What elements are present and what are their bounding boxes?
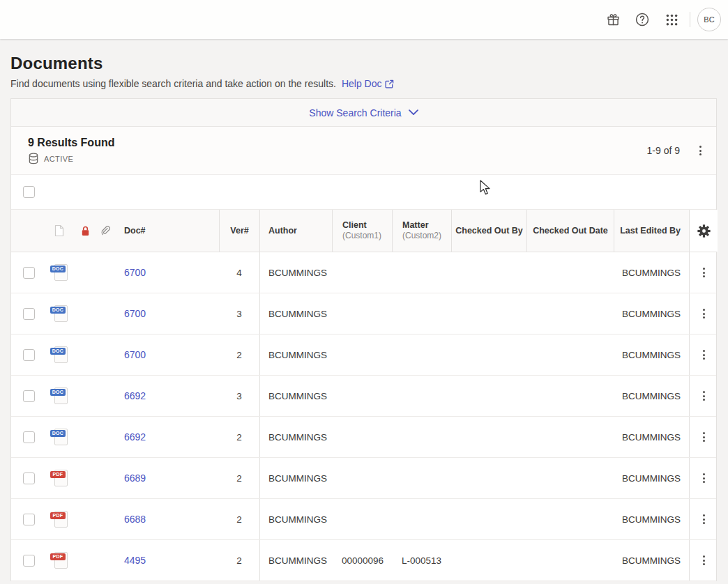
help-doc-link[interactable]: Help Doc bbox=[342, 78, 394, 89]
row-filetype-cell: DOC bbox=[43, 252, 75, 293]
row-checkbox[interactable] bbox=[23, 349, 35, 361]
matter-cell bbox=[392, 293, 451, 334]
checked-out-by-cell bbox=[451, 252, 526, 293]
last-edited-by-cell: BCUMMINGS bbox=[614, 458, 689, 498]
row-menu-button[interactable] bbox=[693, 548, 714, 572]
client-cell bbox=[332, 376, 392, 416]
doc-number-cell: 6692 bbox=[116, 376, 219, 416]
header-doctype-column[interactable] bbox=[43, 210, 75, 252]
row-filetype-cell: PDF bbox=[43, 540, 75, 581]
help-button[interactable] bbox=[630, 7, 655, 32]
doc-file-icon[interactable]: DOC bbox=[50, 386, 68, 406]
document-outline-icon bbox=[54, 224, 65, 237]
table-row: DOC 6692 3 BCUMMINGS BCUMMINGS bbox=[11, 376, 716, 417]
row-checkbox[interactable] bbox=[23, 267, 35, 279]
doc-number-link[interactable]: 6700 bbox=[124, 349, 146, 360]
author-cell: BCUMMINGS bbox=[259, 458, 332, 498]
matter-cell bbox=[392, 252, 451, 293]
row-menu-button[interactable] bbox=[693, 343, 714, 367]
header-client[interactable]: Client (Custom1) bbox=[332, 210, 392, 252]
doc-number-link[interactable]: 6688 bbox=[124, 514, 146, 525]
row-menu-button[interactable] bbox=[693, 507, 714, 531]
file-badge: DOC bbox=[50, 389, 66, 396]
row-filetype-cell: DOC bbox=[43, 417, 75, 457]
last-edited-by-cell: BCUMMINGS bbox=[614, 540, 689, 581]
row-checkbox-cell bbox=[11, 540, 43, 581]
version-cell: 3 bbox=[219, 293, 259, 334]
doc-file-icon[interactable]: DOC bbox=[50, 263, 68, 282]
doc-number-link[interactable]: 6689 bbox=[124, 472, 146, 484]
table-header: Doc# Ver# Author Client (Custom1) Matter… bbox=[11, 210, 716, 252]
table-row: DOC 6700 2 BCUMMINGS BCUMMINGS bbox=[11, 335, 716, 376]
select-all-row bbox=[11, 175, 716, 210]
row-menu-button[interactable] bbox=[693, 302, 714, 325]
row-checkbox[interactable] bbox=[23, 514, 35, 525]
author-cell: BCUMMINGS bbox=[259, 335, 332, 375]
row-actions-cell bbox=[689, 376, 718, 416]
checked-out-by-cell bbox=[451, 458, 526, 498]
doc-number-cell: 6700 bbox=[116, 335, 219, 375]
apps-grid-icon bbox=[665, 13, 679, 27]
doc-number-link[interactable]: 6692 bbox=[124, 431, 146, 443]
header-version[interactable]: Ver# bbox=[219, 210, 259, 252]
row-checkbox-cell bbox=[11, 252, 43, 293]
header-matter[interactable]: Matter (Custom2) bbox=[392, 210, 451, 252]
row-checkbox[interactable] bbox=[23, 431, 35, 443]
app-launcher-button[interactable] bbox=[659, 7, 684, 32]
row-menu-button[interactable] bbox=[693, 384, 714, 408]
checked-out-by-cell bbox=[451, 540, 526, 581]
row-menu-button[interactable] bbox=[693, 425, 714, 449]
doc-number-link[interactable]: 6692 bbox=[124, 390, 146, 401]
doc-file-icon[interactable]: DOC bbox=[50, 427, 68, 447]
header-last-edited-by[interactable]: Last Edited By bbox=[614, 210, 689, 252]
version-cell: 2 bbox=[219, 335, 259, 375]
header-doc-number[interactable]: Doc# bbox=[116, 210, 219, 252]
header-checked-out-date[interactable]: Checked Out Date bbox=[526, 210, 614, 252]
doc-file-icon[interactable]: DOC bbox=[50, 345, 68, 364]
select-all-checkbox[interactable] bbox=[23, 186, 35, 198]
row-checkbox[interactable] bbox=[23, 555, 35, 567]
pdf-file-icon[interactable]: PDF bbox=[50, 551, 68, 570]
results-menu-button[interactable] bbox=[690, 139, 711, 162]
table-row: PDF 4495 2 BCUMMINGS 00000096 L-000513 B… bbox=[11, 540, 716, 581]
database-icon bbox=[28, 153, 39, 164]
doc-number-link[interactable]: 6700 bbox=[124, 308, 146, 319]
doc-number-link[interactable]: 4495 bbox=[124, 555, 146, 566]
client-cell bbox=[332, 499, 392, 539]
version-cell: 4 bbox=[219, 252, 259, 293]
row-checkbox-cell bbox=[11, 376, 43, 416]
checked-out-date-cell bbox=[526, 252, 614, 293]
client-cell bbox=[332, 293, 392, 334]
row-menu-button[interactable] bbox=[693, 261, 714, 284]
doc-number-cell: 6688 bbox=[116, 499, 219, 539]
pdf-file-icon[interactable]: PDF bbox=[50, 509, 68, 529]
doc-number-link[interactable]: 6700 bbox=[124, 267, 146, 278]
file-badge: PDF bbox=[50, 553, 66, 560]
column-settings-button[interactable] bbox=[689, 210, 718, 252]
row-menu-button[interactable] bbox=[693, 466, 714, 490]
header-lock-column[interactable] bbox=[75, 210, 95, 252]
doc-file-icon[interactable]: DOC bbox=[50, 304, 68, 323]
scope-badge: ACTIVE bbox=[44, 155, 73, 163]
pdf-file-icon[interactable]: PDF bbox=[50, 468, 68, 488]
header-attachment-column[interactable] bbox=[95, 210, 116, 252]
show-search-criteria-toggle[interactable]: Show Search Criteria bbox=[11, 99, 716, 127]
user-avatar[interactable]: BC bbox=[697, 8, 721, 31]
whats-new-button[interactable] bbox=[600, 7, 625, 32]
author-cell: BCUMMINGS bbox=[259, 252, 332, 293]
results-card: Show Search Criteria 9 Results Found ACT… bbox=[10, 98, 717, 581]
row-checkbox-cell bbox=[11, 458, 43, 498]
header-author[interactable]: Author bbox=[259, 210, 332, 252]
row-checkbox[interactable] bbox=[23, 472, 35, 484]
header-checked-out-by[interactable]: Checked Out By bbox=[451, 210, 526, 252]
version-cell: 2 bbox=[219, 458, 259, 498]
row-actions-cell bbox=[689, 458, 718, 498]
row-checkbox[interactable] bbox=[23, 308, 35, 320]
chevron-down-icon bbox=[409, 109, 418, 116]
matter-cell bbox=[392, 499, 451, 539]
row-checkbox-cell bbox=[11, 499, 43, 539]
row-checkbox[interactable] bbox=[23, 390, 35, 402]
checked-out-by-cell bbox=[451, 376, 526, 416]
checked-out-by-cell bbox=[451, 417, 526, 457]
page-title: Documents bbox=[10, 54, 718, 73]
